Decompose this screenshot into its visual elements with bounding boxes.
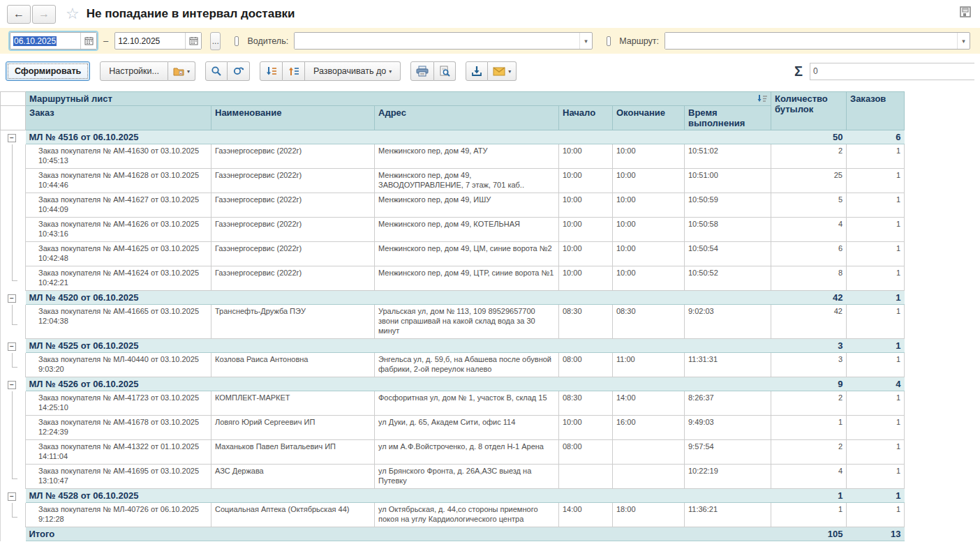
sort-descending-icon[interactable]: [757, 94, 768, 103]
save-report-icon[interactable]: [959, 6, 972, 18]
total-label-cell[interactable]: Итого: [26, 527, 771, 541]
orders-cell[interactable]: 1: [847, 144, 905, 169]
route-dropdown-icon[interactable]: ▾: [957, 33, 970, 49]
collapse-group-icon[interactable]: −: [8, 134, 16, 142]
bottles-cell[interactable]: 4: [771, 465, 847, 489]
name-cell[interactable]: Козлова Раиса Антоновна: [211, 353, 375, 377]
route-combo[interactable]: ▾: [665, 32, 970, 50]
address-cell[interactable]: ул им А.Ф.Войстроченко, д. 8 отдел Н-1 А…: [375, 440, 559, 465]
bottles-cell[interactable]: 2: [771, 391, 847, 416]
end-cell[interactable]: 10:00: [613, 242, 685, 266]
search-next-button[interactable]: [228, 61, 250, 81]
orders-cell[interactable]: 1: [847, 193, 905, 218]
start-cell[interactable]: [559, 465, 613, 489]
bottles-cell[interactable]: 42: [771, 305, 847, 339]
name-cell[interactable]: Маханьков Павел Витальевич ИП: [211, 440, 375, 465]
address-cell[interactable]: Менжинского пер, дом 49, ЦМ, синие ворот…: [375, 242, 559, 266]
date-to-field[interactable]: 12.10.2025: [114, 32, 202, 50]
total-bottles-cell[interactable]: 105: [771, 527, 847, 541]
exec-time-cell[interactable]: 10:22:19: [685, 465, 771, 489]
exec-time-cell[interactable]: 11:31:31: [685, 353, 771, 377]
header-col-address[interactable]: Адрес: [375, 106, 559, 130]
group-orders-total[interactable]: 6: [847, 130, 905, 144]
name-cell[interactable]: Газэнергосервис (2022г): [211, 242, 375, 266]
bottles-cell[interactable]: 5: [771, 193, 847, 218]
group-bottles-total[interactable]: 50: [771, 130, 847, 144]
start-cell[interactable]: 10:00: [559, 266, 613, 291]
group-title-cell[interactable]: МЛ № 4526 от 06.10.2025: [26, 377, 771, 391]
group-orders-total[interactable]: 1: [847, 291, 905, 305]
address-cell[interactable]: ул Октябрьская, д. 44,со стороны приемно…: [375, 503, 559, 527]
route-checkbox[interactable]: [607, 36, 611, 46]
collapse-groups-button[interactable]: [283, 61, 305, 81]
end-cell[interactable]: 10:00: [613, 193, 685, 218]
address-cell[interactable]: Менжинского пер, дом 49, ЦТР, синие воро…: [375, 266, 559, 291]
back-button[interactable]: ←: [7, 5, 31, 24]
bottles-cell[interactable]: 4: [771, 218, 847, 242]
end-cell[interactable]: 08:30: [613, 305, 685, 339]
group-bottles-total[interactable]: 1: [771, 489, 847, 503]
order-cell[interactable]: Заказ покупателя № АМ-41322 от 01.10.202…: [26, 440, 211, 465]
date-to-calendar-icon[interactable]: [185, 33, 201, 49]
end-cell[interactable]: 11:00: [613, 353, 685, 377]
end-cell[interactable]: 10:00: [613, 144, 685, 169]
address-cell[interactable]: Уральская ул, дом № 113, 109 89529657700…: [375, 305, 559, 339]
exec-time-cell[interactable]: 10:50:58: [685, 218, 771, 242]
search-button[interactable]: [205, 61, 228, 81]
bottles-cell[interactable]: 1: [771, 416, 847, 440]
expand-groups-button[interactable]: [260, 61, 283, 81]
group-orders-total[interactable]: 1: [847, 339, 905, 353]
address-cell[interactable]: Фосфоритная ул, дом № 1, участок В, скла…: [375, 391, 559, 416]
exec-time-cell[interactable]: 8:26:37: [685, 391, 771, 416]
address-cell[interactable]: Менжинского пер, дом 49, ЗАВОДОУПРАВЛЕНИ…: [375, 169, 559, 193]
name-cell[interactable]: Газэнергосервис (2022г): [211, 144, 375, 169]
exec-time-cell[interactable]: 9:49:03: [685, 416, 771, 440]
header-col-end[interactable]: Окончание: [613, 106, 685, 130]
total-orders-cell[interactable]: 13: [847, 527, 905, 541]
start-cell[interactable]: 10:00: [559, 416, 613, 440]
route-input[interactable]: [665, 33, 957, 49]
group-title-cell[interactable]: МЛ № 4516 от 06.10.2025: [26, 130, 771, 144]
end-cell[interactable]: 10:00: [613, 266, 685, 291]
group-bottles-total[interactable]: 3: [771, 339, 847, 353]
address-cell[interactable]: Энгельса ул, д. 59,б, на Абашева после о…: [375, 353, 559, 377]
name-cell[interactable]: Газэнергосервис (2022г): [211, 218, 375, 242]
header-col-name[interactable]: Наименование: [211, 106, 375, 130]
collapse-group-icon[interactable]: −: [8, 381, 16, 389]
name-cell[interactable]: Газэнергосервис (2022г): [211, 169, 375, 193]
start-cell[interactable]: 10:00: [559, 169, 613, 193]
header-route-sheet[interactable]: Маршрутный лист: [26, 92, 771, 106]
date-from-calendar-icon[interactable]: [80, 33, 96, 49]
group-title-cell[interactable]: МЛ № 4520 от 06.10.2025: [26, 291, 771, 305]
end-cell[interactable]: 14:00: [613, 391, 685, 416]
group-title-cell[interactable]: МЛ № 4528 от 06.10.2025: [26, 489, 771, 503]
collapse-group-icon[interactable]: −: [8, 492, 16, 501]
order-cell[interactable]: Заказ покупателя № АМ-41723 от 03.10.202…: [26, 391, 211, 416]
driver-combo[interactable]: ▾: [294, 32, 593, 50]
bottles-cell[interactable]: 25: [771, 169, 847, 193]
header-col-start[interactable]: Начало: [559, 106, 613, 130]
end-cell[interactable]: [613, 440, 685, 465]
start-cell[interactable]: 10:00: [559, 193, 613, 218]
order-cell[interactable]: Заказ покупателя № АМ-41626 от 03.10.202…: [26, 218, 211, 242]
bottles-cell[interactable]: 6: [771, 242, 847, 266]
bottles-cell[interactable]: 2: [771, 440, 847, 465]
exec-time-cell[interactable]: 10:51:02: [685, 144, 771, 169]
driver-input[interactable]: [295, 33, 579, 49]
header-col-bottles[interactable]: Количество бутылок: [771, 92, 847, 130]
end-cell[interactable]: 16:00: [613, 416, 685, 440]
name-cell[interactable]: КОМПЛЕКТ-МАРКЕТ: [211, 391, 375, 416]
order-cell[interactable]: Заказ покупателя № МЛ-40726 от 06.10.202…: [26, 503, 211, 527]
name-cell[interactable]: Ловяго Юрий Сергеевич ИП: [211, 416, 375, 440]
bottles-cell[interactable]: 8: [771, 266, 847, 291]
orders-cell[interactable]: 1: [847, 169, 905, 193]
name-cell[interactable]: АЗС Держава: [211, 465, 375, 489]
order-cell[interactable]: Заказ покупателя № АМ-41630 от 03.10.202…: [26, 144, 211, 169]
exec-time-cell[interactable]: 10:50:52: [685, 266, 771, 291]
expand-to-button[interactable]: Разворачивать до ▾: [305, 61, 401, 81]
start-cell[interactable]: 10:00: [559, 144, 613, 169]
name-cell[interactable]: Газэнергосервис (2022г): [211, 193, 375, 218]
date-period-options-button[interactable]: ...: [210, 32, 221, 50]
start-cell[interactable]: 14:00: [559, 503, 613, 527]
settings-button[interactable]: Настройки...: [100, 61, 168, 81]
